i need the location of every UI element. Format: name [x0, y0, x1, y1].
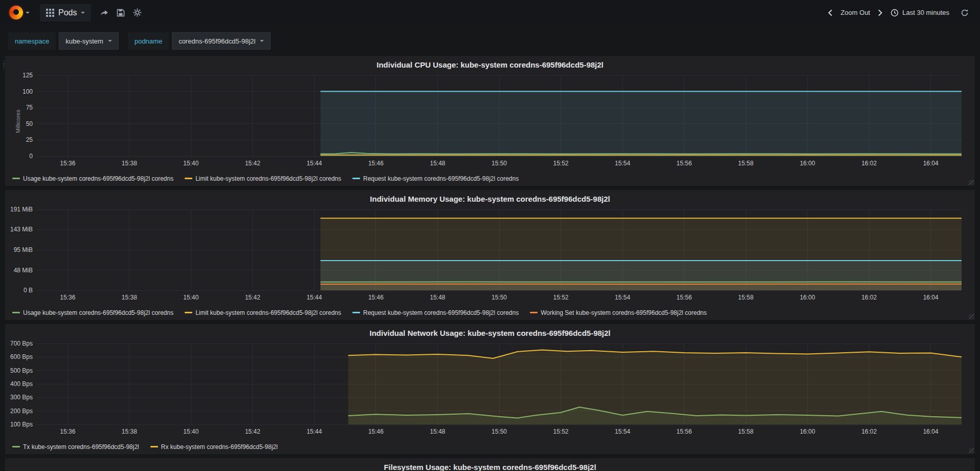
time-forward-button[interactable] — [873, 6, 887, 19]
cpu-usage-chart[interactable]: 025507510012515:3615:3815:4015:4215:4415… — [5, 71, 975, 172]
variable-namespace-dropdown[interactable]: kube-system — [59, 32, 119, 50]
svg-text:15:48: 15:48 — [430, 428, 445, 435]
svg-text:100: 100 — [23, 88, 33, 95]
panel-memory-usage: Individual Memory Usage: kube-system cor… — [5, 190, 975, 320]
memory-chart-legend: Usage kube-system coredns-695f96dcd5-98j… — [5, 306, 975, 318]
svg-text:15:36: 15:36 — [60, 160, 75, 167]
svg-text:15:48: 15:48 — [430, 160, 445, 167]
svg-text:16:02: 16:02 — [861, 160, 877, 167]
grafana-menu-button[interactable] — [4, 6, 35, 19]
legend-item[interactable]: Rx kube-system coredns-695f96dcd5-98j2l — [150, 443, 278, 451]
svg-text:15:38: 15:38 — [122, 160, 137, 167]
svg-text:75: 75 — [26, 104, 33, 111]
svg-text:15:58: 15:58 — [738, 160, 753, 167]
svg-text:15:56: 15:56 — [677, 160, 692, 167]
chevron-right-icon — [877, 9, 883, 16]
panel-title[interactable]: Individual Memory Usage: kube-system cor… — [370, 195, 610, 203]
svg-text:16:02: 16:02 — [861, 294, 877, 301]
svg-text:15:44: 15:44 — [306, 294, 322, 301]
svg-text:15:54: 15:54 — [615, 294, 630, 301]
svg-text:50: 50 — [26, 120, 33, 127]
svg-text:200 Bps: 200 Bps — [10, 408, 33, 415]
legend-item[interactable]: Limit kube-system coredns-695f96dcd5-98j… — [185, 175, 341, 182]
dashboard-picker[interactable]: Pods — [40, 4, 91, 22]
settings-button[interactable] — [129, 5, 146, 20]
svg-text:16:00: 16:00 — [800, 160, 815, 167]
panel-resize-handle[interactable] — [969, 314, 974, 319]
chevron-down-icon — [260, 40, 264, 42]
zoom-out-button[interactable]: Zoom Out — [838, 6, 872, 19]
memory-usage-chart[interactable]: 0 B48 MiB95 MiB143 MiB191 MiB15:3615:381… — [5, 205, 975, 306]
svg-text:25: 25 — [26, 136, 33, 143]
legend-color-swatch — [12, 446, 20, 447]
clock-icon — [890, 9, 899, 17]
save-button[interactable] — [113, 6, 129, 20]
legend-label: Request kube-system coredns-695f96dcd5-9… — [363, 175, 519, 182]
svg-text:16:04: 16:04 — [923, 160, 939, 167]
panel-cpu-usage: Individual CPU Usage: kube-system coredn… — [5, 56, 975, 186]
svg-text:15:50: 15:50 — [492, 428, 507, 435]
panel-title[interactable]: Filesystem Usage: kube-system coredns-69… — [384, 463, 596, 471]
time-range-label: Last 30 minutes — [902, 9, 949, 16]
time-range-button[interactable]: Last 30 minutes — [888, 6, 951, 20]
legend-item[interactable]: Usage kube-system coredns-695f96dcd5-98j… — [12, 309, 173, 316]
legend-label: Usage kube-system coredns-695f96dcd5-98j… — [23, 309, 173, 316]
legend-item[interactable]: Request kube-system coredns-695f96dcd5-9… — [352, 309, 519, 316]
panel-title[interactable]: Individual CPU Usage: kube-system coredn… — [376, 60, 604, 69]
panel-header[interactable]: Individual CPU Usage: kube-system coredn… — [5, 58, 975, 71]
panel-drag-handle[interactable]: ⋮⋮ — [1, 62, 4, 68]
panel-resize-handle[interactable] — [969, 448, 974, 453]
legend-item[interactable]: Working Set kube-system coredns-695f96dc… — [530, 309, 707, 316]
panel-filesystem-usage: Filesystem Usage: kube-system coredns-69… — [5, 458, 975, 471]
share-button[interactable] — [96, 6, 113, 20]
svg-text:15:58: 15:58 — [738, 428, 753, 435]
svg-text:15:42: 15:42 — [245, 428, 260, 435]
svg-text:15:54: 15:54 — [615, 160, 630, 167]
variable-namespace-label: namespace — [8, 32, 56, 50]
legend-label: Limit kube-system coredns-695f96dcd5-98j… — [195, 309, 341, 316]
svg-text:16:00: 16:00 — [800, 428, 815, 435]
variable-podname-dropdown[interactable]: coredns-695f96dcd5-98j2l — [172, 32, 271, 50]
panel-header[interactable]: Individual Memory Usage: kube-system cor… — [5, 192, 975, 205]
panel-resize-handle[interactable] — [969, 180, 974, 185]
svg-text:0: 0 — [29, 153, 33, 160]
dashboard-title: Pods — [58, 8, 77, 17]
svg-text:143 MiB: 143 MiB — [10, 226, 33, 233]
legend-label: Tx kube-system coredns-695f96dcd5-98j2l — [23, 443, 139, 451]
legend-label: Limit kube-system coredns-695f96dcd5-98j… — [195, 175, 341, 182]
time-back-button[interactable] — [823, 6, 837, 19]
variable-podname-label: podname — [128, 32, 169, 50]
svg-text:15:40: 15:40 — [183, 294, 198, 301]
svg-text:16:04: 16:04 — [923, 294, 939, 301]
svg-text:15:46: 15:46 — [368, 428, 384, 435]
svg-text:0 B: 0 B — [24, 287, 33, 294]
save-icon — [117, 9, 125, 17]
legend-color-swatch — [185, 312, 192, 313]
svg-text:15:56: 15:56 — [677, 428, 692, 435]
panel-network-usage: Individual Network Usage: kube-system co… — [5, 324, 975, 454]
refresh-button[interactable] — [956, 6, 973, 20]
variable-namespace: namespace kube-system — [8, 32, 119, 50]
legend-color-swatch — [530, 312, 538, 313]
svg-text:15:40: 15:40 — [183, 160, 198, 167]
legend-item[interactable]: Limit kube-system coredns-695f96dcd5-98j… — [185, 309, 341, 316]
svg-text:15:38: 15:38 — [122, 294, 137, 301]
network-chart-legend: Tx kube-system coredns-695f96dcd5-98j2lR… — [5, 440, 975, 452]
svg-text:15:46: 15:46 — [368, 160, 384, 167]
refresh-icon — [961, 9, 969, 17]
panel-header[interactable]: Individual Network Usage: kube-system co… — [5, 326, 975, 339]
panel-title[interactable]: Individual Network Usage: kube-system co… — [370, 329, 611, 337]
svg-text:15:42: 15:42 — [245, 294, 260, 301]
zoom-out-label: Zoom Out — [840, 9, 870, 16]
legend-item[interactable]: Tx kube-system coredns-695f96dcd5-98j2l — [12, 443, 139, 451]
network-usage-chart[interactable]: 100 Bps200 Bps300 Bps400 Bps500 Bps600 B… — [5, 339, 975, 440]
legend-color-swatch — [352, 312, 360, 313]
legend-item[interactable]: Request kube-system coredns-695f96dcd5-9… — [352, 175, 519, 182]
legend-label: Rx kube-system coredns-695f96dcd5-98j2l — [161, 443, 278, 451]
chevron-down-icon — [26, 12, 30, 14]
grafana-logo-icon — [9, 6, 23, 19]
panel-header[interactable]: Filesystem Usage: kube-system coredns-69… — [5, 460, 975, 471]
chevron-down-icon — [81, 12, 85, 14]
gear-icon — [133, 8, 142, 17]
legend-item[interactable]: Usage kube-system coredns-695f96dcd5-98j… — [12, 175, 173, 182]
